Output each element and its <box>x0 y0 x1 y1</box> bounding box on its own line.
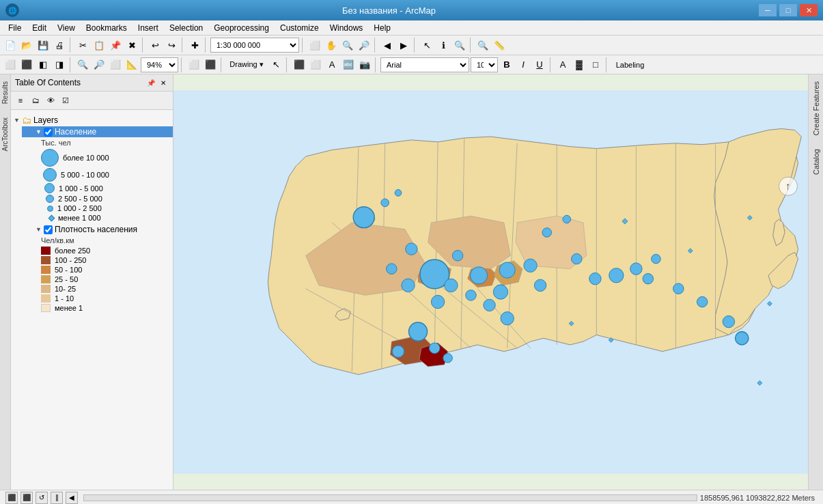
toc-list-by-selection[interactable]: ☑ <box>59 94 72 107</box>
status-btn-1[interactable]: ⬛ <box>5 492 18 504</box>
add-data-button[interactable]: ✚ <box>187 38 202 53</box>
back-button[interactable]: ◀ <box>380 38 395 53</box>
open-button[interactable]: 📂 <box>19 38 34 53</box>
map-container[interactable]: ↑ <box>173 74 808 490</box>
search-button[interactable]: 🔍 <box>475 38 490 53</box>
close-button[interactable]: ✕ <box>800 4 818 16</box>
tb2-b11[interactable]: 🔤 <box>341 57 356 72</box>
menu-edit[interactable]: Edit <box>27 22 52 34</box>
city-ekaterinburg <box>499 262 515 278</box>
layer2-expand-icon[interactable]: ▼ <box>36 226 42 233</box>
font-selector[interactable]: Arial <box>380 57 469 72</box>
find-button[interactable]: 🔍 <box>452 38 467 53</box>
right-tabs-panel: Create Features Catalog <box>808 74 823 490</box>
status-btn-4[interactable]: ‖ <box>51 492 63 504</box>
tb2-btn3[interactable]: ◧ <box>36 57 51 72</box>
status-btn-5[interactable]: ◀ <box>66 492 78 504</box>
toc-pin-button[interactable]: 📌 <box>145 77 156 88</box>
paste-button[interactable]: 📌 <box>108 38 123 53</box>
results-tab[interactable]: Results <box>0 74 10 111</box>
layout-zoom-in[interactable]: 🔍 <box>75 57 90 72</box>
layer1-expand-icon[interactable]: ▼ <box>36 128 42 135</box>
scrollbar-thumb-area[interactable] <box>83 494 697 501</box>
font-color-button[interactable]: A <box>555 57 570 72</box>
fill-color-button[interactable]: ▓ <box>572 57 587 72</box>
tb2-b8[interactable]: ⬛ <box>292 57 307 72</box>
menu-bookmarks[interactable]: Bookmarks <box>81 22 132 34</box>
status-coordinates: 1858595,961 1093822,822 Meters <box>700 494 820 502</box>
layer1-section: ▼ Население Тыс. чел более 10 000 <box>11 126 173 224</box>
undo-button[interactable]: ↩ <box>148 38 163 53</box>
zoom-full-button[interactable]: ⬜ <box>307 38 322 53</box>
bold-button[interactable]: B <box>499 57 514 72</box>
tb2-b10[interactable]: A <box>324 57 339 72</box>
menu-selection[interactable]: Selection <box>164 22 208 34</box>
layout-zoom-select[interactable]: 94% <box>141 57 178 72</box>
pan-button[interactable]: ✋ <box>324 38 339 53</box>
layer2-item[interactable]: ▼ Плотность населения <box>22 224 173 235</box>
city-chelyabinsk <box>524 259 537 272</box>
toc-list-by-drawing-order[interactable]: ≡ <box>14 94 27 107</box>
tb2-btn1[interactable]: ⬜ <box>3 57 18 72</box>
layout-full[interactable]: ⬜ <box>108 57 123 72</box>
layer2-checkbox[interactable] <box>44 225 53 234</box>
menu-help[interactable]: Help <box>368 22 396 34</box>
legend-item-0: более 10 000 <box>41 148 170 167</box>
redo-button[interactable]: ↪ <box>164 38 179 53</box>
zoom-out-button[interactable]: 🔎 <box>357 38 372 53</box>
italic-button[interactable]: I <box>516 57 531 72</box>
city-tyumen <box>572 253 582 264</box>
tb2-btn4[interactable]: ◨ <box>52 57 67 72</box>
catalog-tab[interactable]: Catalog <box>810 142 822 182</box>
toc-close-button[interactable]: ✕ <box>158 77 169 88</box>
menu-windows[interactable]: Windows <box>324 22 369 34</box>
toc-list-by-visibility[interactable]: 👁 <box>44 94 57 107</box>
tb2-b5[interactable]: ⬜ <box>186 57 201 72</box>
tb2-b7[interactable]: ↖ <box>268 57 283 72</box>
underline-button[interactable]: U <box>532 57 547 72</box>
layer1-checkbox[interactable] <box>44 128 53 137</box>
layers-group: ▼ 🗂 Layers ▼ Население Тыс. чел <box>11 113 173 316</box>
layers-folder-icon: 🗂 <box>22 115 31 126</box>
tb2-b12[interactable]: 📷 <box>357 57 372 72</box>
legend2-label-0: более 250 <box>55 247 90 255</box>
menu-view[interactable]: View <box>52 22 81 34</box>
layers-expand-icon[interactable]: ▼ <box>14 117 20 124</box>
status-btn-2[interactable]: ⬛ <box>20 492 33 504</box>
menu-file[interactable]: File <box>3 22 27 34</box>
tb2-btn2[interactable]: ⬛ <box>19 57 34 72</box>
status-btn-3[interactable]: ↺ <box>36 492 48 504</box>
toc-panel: Table Of Contents 📌 ✕ ≡ 🗂 👁 ☑ ▼ 🗂 Layers <box>11 74 173 490</box>
layer1-item[interactable]: ▼ Население <box>22 126 173 137</box>
save-button[interactable]: 💾 <box>36 38 51 53</box>
minimize-button[interactable]: ─ <box>759 4 777 16</box>
print-button[interactable]: 🖨 <box>52 38 67 53</box>
layout-btn[interactable]: 📐 <box>124 57 139 72</box>
city-novokuznetsk <box>643 273 653 283</box>
menu-customize[interactable]: Customize <box>275 22 324 34</box>
delete-button[interactable]: ✖ <box>124 38 139 53</box>
drawing-dropdown[interactable]: Drawing ▾ <box>226 57 267 72</box>
copy-button[interactable]: 📋 <box>92 38 107 53</box>
fontsize-selector[interactable]: 10 <box>471 57 498 72</box>
toc-list-by-source[interactable]: 🗂 <box>29 94 42 107</box>
identify-button[interactable]: ℹ <box>436 38 451 53</box>
scale-selector[interactable]: 1:30 000 000 <box>210 38 299 53</box>
measure-button[interactable]: 📏 <box>492 38 507 53</box>
tb2-b9[interactable]: ⬜ <box>308 57 323 72</box>
cut-button[interactable]: ✂ <box>75 38 90 53</box>
select-button[interactable]: ↖ <box>419 38 434 53</box>
forward-button[interactable]: ▶ <box>396 38 411 53</box>
layout-zoom-out[interactable]: 🔎 <box>92 57 107 72</box>
tb2-b6[interactable]: ⬛ <box>203 57 218 72</box>
new-button[interactable]: 📄 <box>3 38 18 53</box>
labeling-btn[interactable]: Labeling <box>611 57 649 72</box>
outline-color-button[interactable]: □ <box>588 57 603 72</box>
arctoolbox-tab[interactable]: ArcToolbox <box>0 111 10 158</box>
city-penza <box>466 290 476 300</box>
menu-insert[interactable]: Insert <box>132 22 164 34</box>
zoom-in-button[interactable]: 🔍 <box>340 38 355 53</box>
maximize-button[interactable]: □ <box>779 4 797 16</box>
create-features-tab[interactable]: Create Features <box>810 74 822 142</box>
menu-geoprocessing[interactable]: Geoprocessing <box>208 22 275 34</box>
